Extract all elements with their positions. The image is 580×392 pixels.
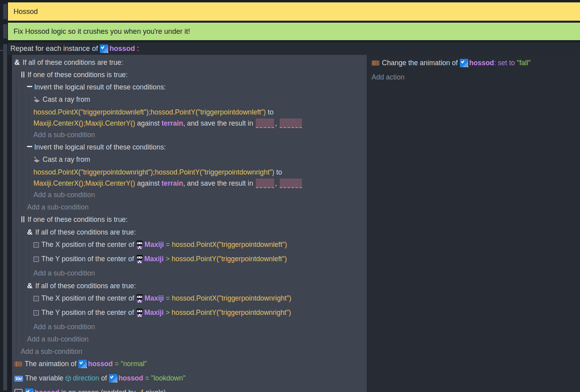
text-segment: Repeat for each instance of [10, 45, 100, 52]
condition-raycast-left[interactable]: Cast a ray from hossod.PointX("triggerpo… [33, 93, 367, 129]
animation-barrel-icon [14, 359, 22, 371]
condition-group-not[interactable]: Invert the logical result of these condi… [27, 81, 367, 93]
add-action-link[interactable]: Add action [372, 71, 580, 83]
text-segment: hossod [35, 388, 59, 392]
gdevelop-event-sheet: Hossod Fix Hossod logic so it crushes yo… [0, 0, 580, 392]
raycast-line-3: Maxiji.CenterX();Maxiji.CenterY() agains… [33, 118, 367, 129]
text-segment: If all of these conditions are true: [35, 282, 136, 290]
repeat-event-header[interactable]: Repeat for each instance of hossod : [8, 43, 580, 55]
and-icon: & [27, 228, 33, 236]
text-segment: Change the animation of [382, 59, 460, 67]
maxiji-object-icon [136, 309, 143, 321]
screen-monitor-icon [14, 388, 23, 392]
text-segment: = [164, 294, 172, 302]
position-icon [33, 239, 39, 252]
text-segment: > [163, 255, 171, 263]
condition-group-or[interactable]: If one of these conditions is true: [21, 69, 367, 81]
or-icon [21, 216, 24, 222]
condition-group-and-sub[interactable]: &If all of these conditions are true: [27, 226, 367, 239]
comment-note-drag-handle[interactable] [3, 24, 7, 39]
text-segment: to [274, 168, 282, 176]
and-subgroup-children: The X position of the center of Maxiji =… [29, 239, 367, 279]
text-segment: hossod.PointX("triggerpointdownright");h… [33, 168, 274, 176]
hossod-object-icon [460, 59, 468, 71]
not-group-children: Cast a ray from hossod.PointX("triggerpo… [29, 153, 367, 201]
condition-group-and-sub[interactable]: &If all of these conditions are true: [27, 279, 367, 292]
text-segment: Cast a ray from [43, 95, 90, 103]
condition-x-position-right[interactable]: The X position of the center of Maxiji =… [33, 292, 367, 307]
add-sub-condition-link[interactable]: Add a sub-condition [27, 201, 367, 213]
text-segment: Cast a ray from [43, 155, 90, 163]
comment-note-bar[interactable]: Fix Hossod logic so it crushes you when … [8, 23, 580, 40]
text-segment: If one of these conditions is true: [27, 215, 128, 223]
add-sub-condition-link[interactable]: Add a sub-condition [27, 333, 367, 345]
event-drag-handle[interactable] [3, 44, 7, 390]
text-segment: , and save the result in [183, 179, 255, 187]
text-segment: The animation of [25, 360, 78, 368]
text-segment: terrain [162, 179, 183, 187]
and-icon: & [14, 58, 20, 66]
comment-title-bar[interactable]: Hossod [8, 2, 580, 21]
text-segment: Maxiji [144, 309, 164, 316]
text-segment: Invert the logical result of these condi… [34, 83, 166, 91]
text-segment: The X position of the center of [41, 294, 136, 302]
comment-title-drag-handle[interactable] [3, 4, 7, 19]
event-body: &If all of these conditions are true: If… [8, 55, 580, 392]
and-subgroup-children: The X position of the center of Maxiji =… [29, 292, 367, 333]
condition-group-and[interactable]: &If all of these conditions are true: [14, 56, 367, 69]
add-sub-condition-link[interactable]: Add a sub-condition [33, 267, 367, 279]
raycast-line-2: hossod.PointX("triggerpointdownright");h… [33, 167, 367, 178]
text-segment: direction [73, 374, 99, 382]
add-sub-condition-link[interactable]: Add a sub-condition [33, 129, 367, 141]
repeat-event: Repeat for each instance of hossod : &If… [8, 43, 580, 392]
maxiji-object-icon [136, 255, 143, 267]
variable-cube-icon [65, 373, 71, 386]
empty-parameter-field[interactable] [256, 179, 274, 188]
text-segment: Maxiji [144, 241, 164, 248]
text-segment: terrain [162, 119, 183, 127]
condition-on-screen[interactable]: hossod is on screen (padded by -4 pixels… [14, 386, 367, 392]
condition-raycast-right[interactable]: Cast a ray from hossod.PointX("triggerpo… [33, 153, 367, 189]
actions-column: Change the animation of hossod: set to "… [367, 55, 580, 392]
condition-animation[interactable]: The animation of hossod = "normal" [14, 358, 367, 372]
text-segment: , [275, 119, 279, 127]
or-group-children: Invert the logical result of these condi… [22, 81, 367, 213]
text-segment: pixels) [144, 388, 165, 392]
condition-group-not[interactable]: Invert the logical result of these condi… [27, 141, 367, 153]
empty-parameter-field[interactable] [280, 179, 302, 188]
raycast-line-1: Cast a ray from [33, 93, 367, 107]
add-sub-condition-link[interactable]: Add a sub-condition [33, 321, 367, 333]
condition-variable-direction[interactable]: VarThe variable direction of hossod = "l… [14, 372, 367, 386]
text-segment: , [275, 179, 279, 187]
text-segment: The variable [25, 374, 65, 382]
text-segment: If all of these conditions are true: [35, 228, 136, 236]
text-segment: "normal" [121, 360, 147, 368]
variable-icon: Var [14, 376, 23, 382]
condition-x-position-left[interactable]: The X position of the center of Maxiji =… [33, 239, 367, 253]
text-segment: hossod [88, 360, 113, 368]
add-sub-condition-link[interactable]: Add a sub-condition [33, 189, 367, 201]
not-icon [27, 86, 32, 87]
or-icon [21, 72, 24, 78]
text-segment: = [113, 360, 121, 368]
condition-y-position-left[interactable]: The Y position of the center of Maxiji >… [33, 253, 367, 267]
text-segment: hossod.PointX("triggerpointdownleft") [172, 241, 287, 248]
position-icon [33, 254, 39, 266]
text-segment: Invert the logical result of these condi… [34, 143, 166, 151]
text-segment: The Y position of the center of [41, 309, 136, 316]
text-segment: against [135, 179, 162, 187]
text-segment: , and save the result in [183, 119, 255, 127]
text-segment: hossod [109, 45, 135, 52]
condition-y-position-right[interactable]: The Y position of the center of Maxiji >… [33, 307, 367, 321]
empty-parameter-field[interactable] [256, 118, 274, 128]
condition-group-or[interactable]: If one of these conditions is true: [21, 213, 367, 226]
text-segment: Maxiji.CenterX();Maxiji.CenterY() [33, 179, 135, 187]
maxiji-object-icon [136, 241, 143, 253]
empty-parameter-field[interactable] [280, 118, 302, 128]
text-segment: The X position of the center of [41, 241, 136, 248]
text-segment: hossod.PointY("triggerpointdownright") [171, 309, 291, 316]
action-change-animation[interactable]: Change the animation of hossod: set to "… [372, 57, 580, 71]
comment-title-text: Hossod [14, 8, 38, 16]
text-segment: = [143, 374, 151, 382]
add-sub-condition-link[interactable]: Add a sub-condition [21, 345, 367, 358]
